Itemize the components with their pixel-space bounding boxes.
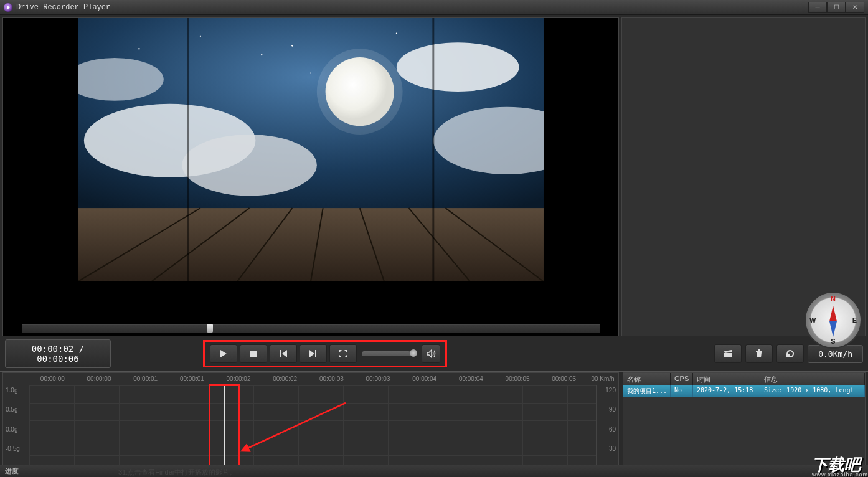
svg-point-11 — [396, 33, 397, 34]
svg-rect-24 — [250, 351, 257, 357]
timeline-ticks: 00:00:0000:00:0000:00:0100:00:0100:00:02… — [3, 373, 618, 385]
maximize-button[interactable]: ☐ — [827, 2, 846, 13]
compass-n: N — [831, 295, 836, 303]
timeline-tick: 00:00:02 — [215, 375, 262, 382]
timeline-tick: 00:00:05 — [494, 375, 541, 382]
prev-button[interactable] — [270, 344, 297, 363]
minimize-button[interactable]: ─ — [808, 2, 827, 13]
stop-button[interactable] — [240, 344, 267, 363]
close-button[interactable]: ✕ — [846, 2, 864, 13]
video-panel — [2, 17, 619, 336]
g-axis: 1.0g0.5g0.0g-0.5g-1.0g — [3, 385, 29, 473]
app-icon — [4, 3, 12, 12]
compass-w: W — [809, 316, 816, 324]
svg-point-8 — [138, 48, 139, 49]
timeline-tick: 00:00:01 — [169, 375, 215, 382]
control-bar: 00:00:02 / 00:00:06 0.0Km/h — [0, 339, 868, 369]
volume-knob[interactable] — [410, 349, 417, 357]
svg-point-12 — [310, 73, 311, 74]
timeline-tick: 00:00:02 — [262, 375, 308, 382]
volume-slider[interactable] — [362, 351, 417, 356]
overlay-text: 31.点击查看Finder中打开播放的影片。 — [118, 468, 236, 477]
svg-point-10 — [291, 45, 293, 47]
play-button[interactable] — [210, 344, 237, 363]
compass-s: S — [831, 338, 835, 345]
th-gps[interactable]: GPS — [671, 373, 693, 385]
timeline-tick: 00:00:04 — [401, 375, 448, 382]
svg-point-4 — [182, 135, 317, 196]
stop-icon — [248, 349, 258, 359]
svg-rect-14 — [78, 208, 544, 281]
svg-point-9 — [200, 36, 201, 37]
next-button[interactable] — [300, 344, 327, 363]
skip-prev-icon — [278, 349, 288, 359]
timeline-tick: 00:00:05 — [540, 375, 587, 382]
titlebar: Drive Recorder Player ─ ☐ ✕ — [0, 0, 868, 15]
playhead-line — [224, 386, 225, 476]
timeline-tick: 00:00:00 — [29, 375, 76, 382]
timeline-tick: 00:00:03 — [355, 375, 402, 382]
compass: N S E W — [804, 291, 862, 349]
clapper-icon — [723, 349, 733, 359]
timeline-tick: 00:00:04 — [448, 375, 494, 382]
fullscreen-icon — [338, 349, 348, 359]
watermark: 下载吧www.xiazaiba.com — [812, 458, 868, 477]
th-info[interactable]: 信息 — [760, 373, 865, 385]
timeline-tick: 00:00:00 — [76, 375, 123, 382]
map-panel — [621, 17, 866, 336]
compass-e: E — [852, 316, 857, 324]
svg-point-13 — [261, 54, 262, 55]
svg-line-25 — [246, 403, 346, 449]
table-row[interactable]: 我的项目1...No2020-7-2, 15:18Size: 1920 x 10… — [623, 385, 865, 397]
speaker-icon — [426, 349, 436, 359]
timeline-unit: 00 Km/h — [587, 375, 618, 382]
refresh-button[interactable] — [776, 344, 804, 363]
compass-needle — [832, 306, 834, 337]
speed-axis: 1209060300 — [596, 385, 618, 473]
th-time[interactable]: 时间 — [693, 373, 760, 385]
skip-next-icon — [308, 349, 318, 359]
video-viewport[interactable] — [3, 18, 618, 324]
arrow-annotation — [234, 399, 358, 455]
timeline-tick: 00:00:01 — [122, 375, 169, 382]
fullscreen-button[interactable] — [329, 344, 357, 363]
video-frame — [78, 18, 544, 281]
refresh-icon — [785, 349, 795, 359]
svg-point-5 — [397, 42, 519, 92]
table-header: 名称 GPS 时间 信息 — [623, 373, 865, 385]
gsensor-graph: 00:00:0000:00:0000:00:0100:00:0100:00:02… — [2, 372, 619, 477]
volume-button[interactable] — [422, 344, 440, 363]
th-name[interactable]: 名称 — [623, 373, 671, 385]
playback-controls-group — [203, 340, 447, 367]
time-display: 00:00:02 / 00:00:06 — [5, 339, 111, 368]
svg-point-2 — [317, 49, 403, 135]
app-title: Drive Recorder Player — [16, 3, 110, 12]
play-icon — [219, 349, 229, 359]
progress-label: 进度 — [5, 467, 19, 475]
video-scrubber[interactable] — [22, 324, 600, 333]
snapshot-button[interactable] — [714, 344, 742, 363]
timeline-tick: 00:00:03 — [308, 375, 355, 382]
trash-icon — [754, 349, 764, 359]
delete-button[interactable] — [745, 344, 773, 363]
scrubber-handle[interactable] — [207, 324, 213, 333]
